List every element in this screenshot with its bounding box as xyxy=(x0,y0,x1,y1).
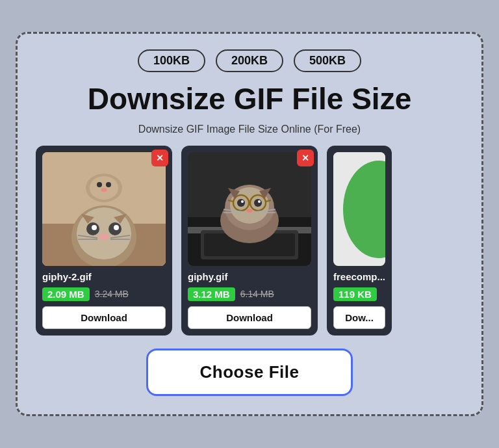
pill-200kb[interactable]: 200KB xyxy=(216,49,283,72)
download-button-3[interactable]: Dow... xyxy=(333,306,385,329)
svg-point-13 xyxy=(99,233,109,240)
page-subtitle: Downsize GIF Image File Size Online (For… xyxy=(138,124,361,135)
card-image-1 xyxy=(42,152,166,266)
card-image-2 xyxy=(188,152,311,266)
gif-card-3: freecomp... 119 KB Dow... xyxy=(327,146,392,336)
cards-row: ✕ giphy-2.gif 2.09 MB 3.24 MB Download xyxy=(36,146,463,336)
pill-500kb[interactable]: 500KB xyxy=(294,49,361,72)
size-new-2: 3.12 MB xyxy=(188,287,235,301)
size-old-1: 3.24 MB xyxy=(95,289,129,299)
gif-card-2: ✕ giphy.gif 3.12 MB 6.14 MB Download xyxy=(181,146,318,336)
svg-point-37 xyxy=(246,209,253,213)
card-filename-2: giphy.gif xyxy=(188,271,311,282)
close-button-2[interactable]: ✕ xyxy=(297,150,314,166)
choose-file-button[interactable]: Choose File xyxy=(146,349,353,396)
size-old-2: 6.14 MB xyxy=(240,289,274,299)
svg-point-36 xyxy=(258,200,261,203)
card-image-3 xyxy=(333,152,385,266)
card-sizes-2: 3.12 MB 6.14 MB xyxy=(188,287,311,301)
close-button-1[interactable]: ✕ xyxy=(151,150,168,166)
card-filename-1: giphy-2.gif xyxy=(42,271,166,282)
size-new-3: 119 KB xyxy=(333,287,377,301)
pill-100kb[interactable]: 100KB xyxy=(138,49,205,72)
size-new-1: 2.09 MB xyxy=(42,287,90,301)
svg-point-35 xyxy=(241,200,244,203)
card-sizes-1: 2.09 MB 3.24 MB xyxy=(42,287,166,301)
card-filename-3: freecomp... xyxy=(333,271,385,282)
svg-point-5 xyxy=(106,182,111,187)
download-button-2[interactable]: Download xyxy=(188,306,311,329)
card-sizes-3: 119 KB xyxy=(333,287,385,301)
svg-point-33 xyxy=(237,199,245,207)
main-card: 100KB 200KB 500KB Downsize GIF File Size… xyxy=(16,32,483,416)
page-title: Downsize GIF File Size xyxy=(88,83,411,116)
svg-point-34 xyxy=(254,199,262,207)
svg-point-12 xyxy=(114,225,119,230)
svg-point-11 xyxy=(92,225,97,230)
svg-point-4 xyxy=(97,182,102,187)
gif-card-1: ✕ giphy-2.gif 2.09 MB 3.24 MB Download xyxy=(36,146,172,336)
svg-point-6 xyxy=(101,188,107,192)
size-pills: 100KB 200KB 500KB xyxy=(138,49,361,72)
download-button-1[interactable]: Download xyxy=(42,306,166,329)
